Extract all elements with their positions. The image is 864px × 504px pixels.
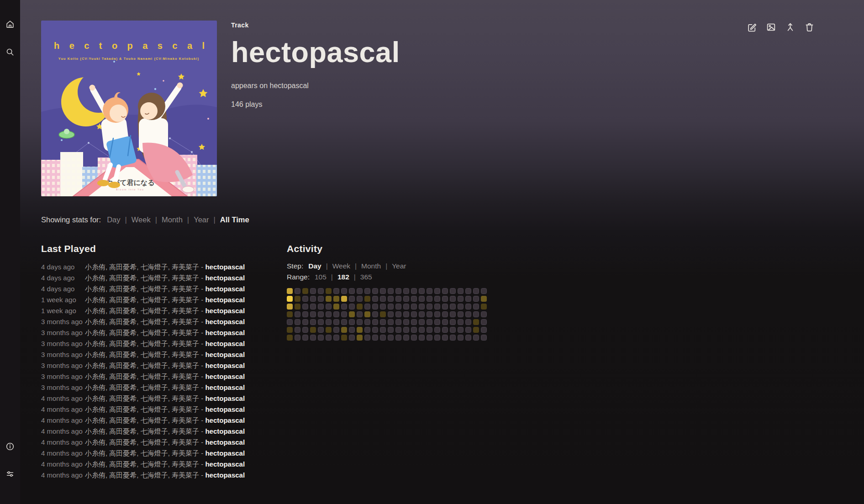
play-time-link[interactable]: 4 days ago bbox=[41, 284, 85, 294]
artist-link[interactable]: 小糸侑 bbox=[85, 285, 105, 293]
activity-cell[interactable] bbox=[473, 288, 479, 294]
info-icon[interactable] bbox=[5, 441, 15, 452]
activity-cell[interactable] bbox=[458, 335, 464, 341]
artist-link[interactable]: 七海燈子 bbox=[141, 438, 168, 446]
artist-link[interactable]: 高田憂希 bbox=[109, 351, 137, 358]
activity-cell[interactable] bbox=[434, 288, 440, 294]
activity-cell[interactable] bbox=[318, 304, 324, 310]
track-link[interactable]: hectopascal bbox=[205, 340, 245, 347]
activity-cell[interactable] bbox=[458, 296, 464, 302]
activity-cell[interactable] bbox=[302, 304, 308, 310]
activity-cell[interactable] bbox=[349, 296, 355, 302]
artist-link[interactable]: 七海燈子 bbox=[141, 416, 168, 424]
track-link[interactable]: hectopascal bbox=[205, 263, 245, 271]
activity-cell[interactable] bbox=[427, 319, 432, 325]
artist-link[interactable]: 高田憂希 bbox=[109, 274, 137, 282]
artist-link[interactable]: 高田憂希 bbox=[109, 263, 137, 271]
activity-cell[interactable] bbox=[473, 327, 479, 333]
activity-cell[interactable] bbox=[403, 304, 409, 310]
activity-cell[interactable] bbox=[427, 335, 432, 341]
artist-link[interactable]: 寿美菜子 bbox=[172, 471, 199, 479]
artist-link[interactable]: 寿美菜子 bbox=[172, 263, 199, 271]
activity-cell[interactable] bbox=[380, 335, 386, 341]
activity-cell[interactable] bbox=[341, 327, 347, 333]
play-time-link[interactable]: 1 week ago bbox=[41, 305, 85, 316]
activity-cell[interactable] bbox=[318, 319, 324, 325]
activity-cell[interactable] bbox=[458, 304, 464, 310]
stats-option-all-time[interactable]: All Time bbox=[220, 215, 249, 224]
artist-link[interactable]: 七海燈子 bbox=[141, 383, 168, 391]
activity-cell[interactable] bbox=[411, 296, 417, 302]
play-time-link[interactable]: 4 months ago bbox=[41, 470, 85, 481]
artist-link[interactable]: 高田憂希 bbox=[109, 318, 137, 326]
track-link[interactable]: hectopascal bbox=[205, 351, 245, 358]
artist-link[interactable]: 寿美菜子 bbox=[172, 318, 199, 326]
artist-link[interactable]: 高田憂希 bbox=[109, 449, 137, 457]
artist-link[interactable]: 高田憂希 bbox=[109, 307, 137, 315]
activity-cell[interactable] bbox=[357, 296, 363, 302]
artist-link[interactable]: 寿美菜子 bbox=[172, 405, 199, 413]
activity-cell[interactable] bbox=[287, 288, 293, 294]
activity-cell[interactable] bbox=[326, 327, 332, 333]
play-time-link[interactable]: 4 days ago bbox=[41, 273, 85, 284]
activity-cell[interactable] bbox=[380, 296, 386, 302]
activity-cell[interactable] bbox=[341, 335, 347, 341]
activity-cell[interactable] bbox=[326, 311, 332, 317]
artist-link[interactable]: 小糸侑 bbox=[85, 329, 105, 336]
artist-link[interactable]: 高田憂希 bbox=[109, 373, 137, 380]
activity-cell[interactable] bbox=[403, 288, 409, 294]
activity-cell[interactable] bbox=[364, 304, 370, 310]
track-link[interactable]: hectopascal bbox=[205, 274, 245, 282]
activity-cell[interactable] bbox=[411, 335, 417, 341]
artist-link[interactable]: 寿美菜子 bbox=[172, 329, 199, 336]
track-link[interactable]: hectopascal bbox=[205, 416, 245, 424]
activity-cell[interactable] bbox=[302, 311, 308, 317]
activity-cell[interactable] bbox=[341, 319, 347, 325]
activity-cell[interactable] bbox=[465, 335, 471, 341]
activity-cell[interactable] bbox=[326, 319, 332, 325]
artist-link[interactable]: 小糸侑 bbox=[85, 362, 105, 369]
activity-cell[interactable] bbox=[318, 288, 324, 294]
play-time-link[interactable]: 4 months ago bbox=[41, 404, 85, 415]
activity-cell[interactable] bbox=[450, 327, 456, 333]
play-time-link[interactable]: 3 months ago bbox=[41, 360, 85, 371]
play-time-link[interactable]: 3 months ago bbox=[41, 382, 85, 393]
activity-cell[interactable] bbox=[341, 304, 347, 310]
activity-cell[interactable] bbox=[442, 288, 448, 294]
activity-cell[interactable] bbox=[349, 288, 355, 294]
artist-link[interactable]: 七海燈子 bbox=[141, 329, 168, 336]
activity-cell[interactable] bbox=[481, 311, 487, 317]
track-link[interactable]: hectopascal bbox=[205, 318, 245, 326]
activity-cell[interactable] bbox=[333, 335, 339, 341]
track-link[interactable]: hectopascal bbox=[205, 438, 245, 446]
activity-cell[interactable] bbox=[380, 311, 386, 317]
play-time-link[interactable]: 3 months ago bbox=[41, 327, 85, 338]
artist-link[interactable]: 小糸侑 bbox=[85, 416, 105, 424]
artist-link[interactable]: 小糸侑 bbox=[85, 274, 105, 282]
artist-link[interactable]: 小糸侑 bbox=[85, 438, 105, 446]
activity-cell[interactable] bbox=[372, 288, 378, 294]
activity-cell[interactable] bbox=[310, 311, 316, 317]
step-option-month[interactable]: Month bbox=[361, 262, 381, 270]
artist-link[interactable]: 高田憂希 bbox=[109, 362, 137, 369]
activity-cell[interactable] bbox=[419, 288, 425, 294]
activity-cell[interactable] bbox=[302, 288, 308, 294]
range-option-182[interactable]: 182 bbox=[337, 273, 349, 281]
artist-link[interactable]: 寿美菜子 bbox=[172, 362, 199, 369]
home-icon[interactable] bbox=[5, 19, 15, 29]
activity-cell[interactable] bbox=[473, 304, 479, 310]
activity-cell[interactable] bbox=[434, 327, 440, 333]
activity-cell[interactable] bbox=[287, 311, 293, 317]
activity-cell[interactable] bbox=[372, 311, 378, 317]
play-time-link[interactable]: 4 months ago bbox=[41, 426, 85, 437]
activity-cell[interactable] bbox=[473, 311, 479, 317]
activity-cell[interactable] bbox=[434, 335, 440, 341]
artist-link[interactable]: 高田憂希 bbox=[109, 471, 137, 479]
step-option-year[interactable]: Year bbox=[392, 262, 406, 270]
activity-cell[interactable] bbox=[318, 335, 324, 341]
track-link[interactable]: hectopascal bbox=[205, 285, 245, 293]
activity-cell[interactable] bbox=[295, 288, 300, 294]
activity-cell[interactable] bbox=[411, 327, 417, 333]
activity-cell[interactable] bbox=[287, 296, 293, 302]
activity-cell[interactable] bbox=[287, 319, 293, 325]
